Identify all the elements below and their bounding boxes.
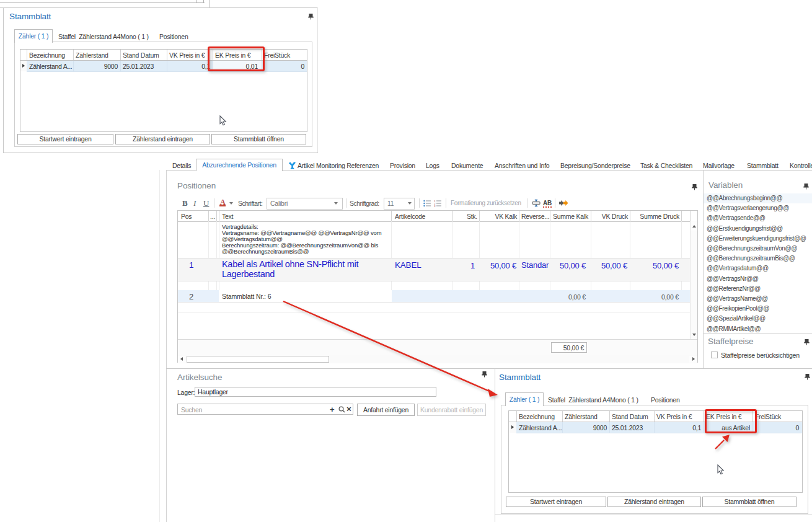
svg-text:3: 3 — [434, 205, 436, 207]
